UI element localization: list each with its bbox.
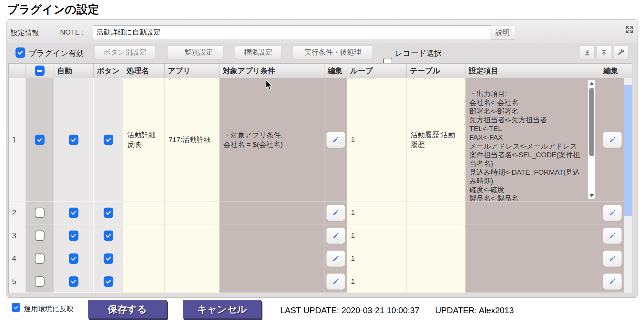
- table-cell: 活動履歴:活動履歴: [407, 78, 465, 201]
- settings-scrollbar[interactable]: [588, 80, 595, 199]
- app-cell: [165, 247, 220, 270]
- select-all-checkbox[interactable]: [35, 66, 45, 76]
- auto-checkbox[interactable]: [69, 253, 78, 264]
- expand-arrows-icon[interactable]: [625, 26, 634, 34]
- auto-cell: [54, 78, 94, 201]
- header-loop: ループ: [347, 64, 407, 78]
- row-select-checkbox[interactable]: [35, 208, 45, 218]
- table-scrollbar[interactable]: [624, 64, 632, 293]
- auto-cell: [54, 247, 94, 270]
- edit-settings-button[interactable]: [603, 132, 622, 148]
- button-checkbox[interactable]: [104, 276, 113, 287]
- last-update-text: LAST UPDATE: 2020-03-21 10:00:37: [280, 305, 419, 315]
- pencil-icon: [608, 209, 616, 217]
- wrench-icon: [617, 49, 625, 57]
- cancel-button[interactable]: キャンセル: [183, 300, 261, 319]
- header-app: アプリ: [165, 64, 220, 78]
- process-name-cell: 活動詳細反映: [123, 78, 165, 201]
- settings-cell: ・出力項目: 会社名<-会社名 部署名<-部署名 先方担当者<-先方担当者 TE…: [465, 78, 600, 201]
- edit-condition-button[interactable]: [326, 251, 345, 267]
- edit-condition-button[interactable]: [326, 273, 345, 290]
- settings-cell: [465, 247, 600, 270]
- auto-checkbox[interactable]: [69, 208, 78, 218]
- edit-condition-button[interactable]: [326, 132, 345, 148]
- edit-settings-button[interactable]: [603, 228, 622, 244]
- select-cell: [26, 224, 54, 247]
- settings-tool-button[interactable]: [614, 46, 629, 60]
- auto-cell: [54, 201, 94, 224]
- button-checkbox[interactable]: [104, 135, 113, 145]
- list-settings-button[interactable]: 一覧別設定: [167, 46, 223, 59]
- select-cell: [26, 78, 54, 201]
- header-select-cell: [26, 64, 54, 78]
- loop-cell: 1: [347, 201, 407, 224]
- upload-icon: [600, 49, 608, 57]
- save-button[interactable]: 保存する: [88, 300, 167, 319]
- header-auto: 自動: [54, 64, 94, 78]
- scroll-up-arrow-icon[interactable]: [589, 82, 594, 85]
- permission-settings-button[interactable]: 権限設定: [235, 46, 281, 59]
- header-settings: 設定項目: [465, 64, 600, 78]
- plugin-enabled-label: プラグイン有効: [29, 48, 84, 58]
- pencil-icon: [608, 278, 616, 285]
- auto-checkbox[interactable]: [69, 135, 78, 145]
- auto-cell: [54, 270, 94, 293]
- button-checkbox[interactable]: [104, 253, 113, 264]
- header-process-name: 処理名: [123, 64, 165, 78]
- select-cell: [26, 201, 54, 224]
- table-cell: [407, 224, 465, 247]
- button-checkbox[interactable]: [104, 208, 113, 218]
- apply-production-checkbox[interactable]: [12, 303, 20, 312]
- upload-button[interactable]: [597, 46, 611, 60]
- button-checkbox[interactable]: [104, 231, 113, 241]
- button-cell: [94, 270, 123, 293]
- page-title: プラグインの設定: [7, 2, 99, 17]
- description-button[interactable]: 説明: [490, 25, 515, 40]
- edit-condition-button[interactable]: [326, 228, 345, 244]
- edit-cell: [324, 247, 347, 270]
- exec-condition-postprocess-button[interactable]: 実行条件・後処理: [293, 46, 373, 59]
- record-select-label: レコード選択: [395, 48, 442, 58]
- row-select-checkbox[interactable]: [35, 276, 45, 287]
- target-condition-cell: [220, 247, 324, 270]
- loop-cell: 1: [347, 78, 407, 201]
- target-condition-cell: [220, 270, 324, 293]
- row-number: 3: [9, 224, 26, 247]
- header-target-condition: 対象アプリ条件: [220, 64, 324, 78]
- note-label: NOTE :: [60, 28, 84, 36]
- edit-cell: [324, 270, 347, 293]
- settings-cell: [465, 270, 600, 293]
- plugin-rules-table: 自動 ボタン 処理名 アプリ 対象アプリ条件 編集 ループ テーブル 設定項目 …: [8, 63, 632, 293]
- edit2-cell: [600, 247, 625, 270]
- plugin-enabled-checkbox[interactable]: [15, 47, 25, 58]
- edit-condition-button[interactable]: [326, 205, 345, 221]
- edit-settings-button[interactable]: [603, 251, 622, 267]
- app-cell: [165, 270, 220, 293]
- download-button[interactable]: [580, 46, 595, 60]
- auto-checkbox[interactable]: [69, 276, 78, 287]
- button-cell: [94, 224, 123, 247]
- target-condition-cell: [220, 224, 324, 247]
- settings-cell: [465, 224, 600, 247]
- row-number: 5: [9, 270, 26, 293]
- process-name-cell: [123, 270, 165, 293]
- edit2-cell: [600, 224, 625, 247]
- row-select-checkbox[interactable]: [35, 253, 45, 264]
- scrollbar-thumb[interactable]: [589, 88, 594, 156]
- pencil-icon: [332, 136, 340, 144]
- note-input[interactable]: [93, 26, 491, 39]
- button-cell: [94, 247, 123, 270]
- pencil-icon: [332, 209, 340, 217]
- edit-settings-button[interactable]: [603, 205, 622, 221]
- auto-cell: [54, 224, 94, 247]
- section-label: 設定情報: [11, 28, 39, 38]
- table-scrollbar-cap: [624, 64, 632, 78]
- row-select-checkbox[interactable]: [35, 135, 45, 145]
- auto-checkbox[interactable]: [69, 231, 78, 241]
- table-scrollbar-thumb[interactable]: [624, 85, 632, 216]
- plugin-settings-panel: 設定情報 NOTE : 説明 プラグイン有効 ボタン別設定 一覧別設定 権限設定…: [6, 19, 638, 298]
- button-settings-button[interactable]: ボタン別設定: [95, 46, 155, 59]
- scroll-down-arrow-icon[interactable]: [589, 194, 594, 197]
- edit-settings-button[interactable]: [603, 273, 622, 290]
- row-select-checkbox[interactable]: [35, 231, 45, 241]
